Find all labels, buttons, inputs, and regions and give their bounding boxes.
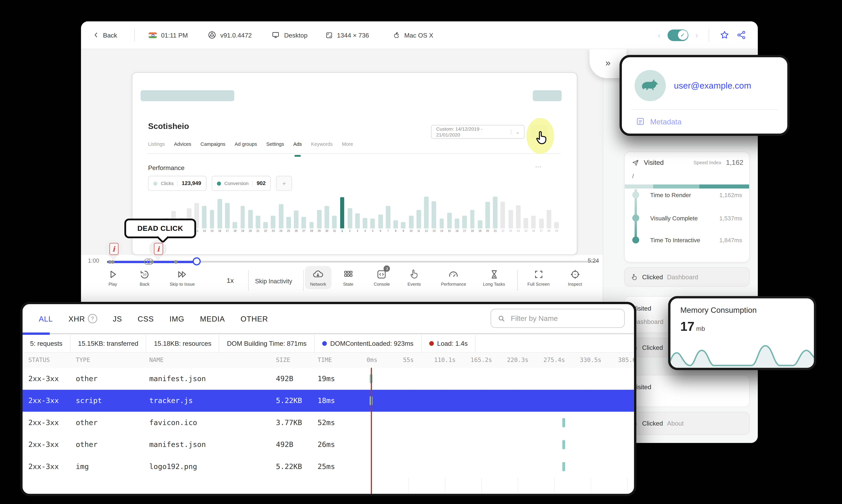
visited-speed-card[interactable]: Visited Speed Index 1,162 / Time to Rend…	[624, 151, 750, 263]
waterfall-tick: 330.5s	[580, 356, 602, 363]
request-row-favicon.ico[interactable]: 2xx-3xxotherfavicon.ico3.77KB52ms	[22, 412, 634, 434]
visited-path: /	[632, 173, 634, 179]
cell-status: 2xx-3xx	[28, 374, 59, 383]
waterfall-tick: 0ms	[366, 356, 377, 363]
chart-bar	[455, 219, 459, 229]
request-row-manifest.json[interactable]: 2xx-3xxothermanifest.json492B19ms	[22, 368, 634, 390]
site-tab-ads[interactable]: Ads	[293, 141, 302, 147]
column-header-time[interactable]: TIME	[318, 356, 332, 363]
state-panel-button[interactable]: State	[343, 269, 354, 287]
event-visited[interactable]: Visited	[624, 375, 750, 407]
network-tab-css[interactable]: CSS	[138, 314, 154, 323]
playback-speed-button[interactable]: 1x	[227, 277, 234, 284]
site-tab-advices[interactable]: Advices	[174, 141, 191, 147]
chart-bar	[501, 202, 505, 229]
site-tab-settings[interactable]: Settings	[266, 141, 284, 147]
date-range-value: Custom: 14/12/2019 - 21/01/2020	[432, 126, 511, 138]
chart-bar	[279, 204, 283, 229]
playhead-handle[interactable]	[193, 257, 201, 265]
chart-bar	[355, 213, 360, 229]
section-ellipsis-button[interactable]: ⋯	[535, 163, 542, 171]
play-button[interactable]: Play	[107, 269, 118, 287]
conversion-dot-icon	[217, 181, 221, 185]
back-10s-button[interactable]: 10 Back	[139, 269, 150, 287]
skip-inactivity-button[interactable]: Skip Inactivity	[255, 277, 292, 285]
memory-unit: mb	[696, 325, 705, 332]
network-tab-other[interactable]: OTHER	[240, 314, 268, 323]
request-row-tracker.js[interactable]: 2xx-3xxscripttracker.js5.22KB18ms	[22, 390, 634, 412]
chart-bar	[440, 219, 444, 229]
network-tab-js[interactable]: JS	[113, 314, 122, 323]
next-session-button[interactable]: ›	[695, 31, 698, 39]
site-tab-listings[interactable]: Listings	[148, 141, 165, 147]
column-header-type[interactable]: TYPE	[76, 356, 90, 363]
chart-bar	[309, 222, 314, 229]
network-tab-xhr[interactable]: XHR?	[69, 314, 97, 323]
issue-marker[interactable]: i	[105, 240, 122, 262]
add-metric-button[interactable]: +	[276, 176, 292, 191]
table-body: 2xx-3xxothermanifest.json492B19ms2xx-3xx…	[22, 368, 634, 478]
chart-x-label: 21	[491, 230, 499, 233]
rhino-icon	[640, 75, 661, 96]
chart-x-label: 26	[530, 230, 537, 233]
clicks-metric-chip[interactable]: Clicks 123,949	[148, 176, 206, 191]
event-clicked-dashboard[interactable]: ClickedDashboard	[624, 267, 750, 287]
network-tab-img[interactable]: IMG	[169, 314, 184, 323]
full-screen-button[interactable]: Full Screen	[527, 269, 550, 287]
divider	[631, 109, 778, 110]
share-button[interactable]	[736, 30, 746, 40]
site-tab-campaigns[interactable]: Campaigns	[200, 141, 226, 147]
cell-time: 18ms	[318, 396, 335, 405]
back-button[interactable]: Back	[93, 31, 117, 39]
chart-x-label: 23	[269, 230, 277, 233]
browser-version: v91.0.4472	[208, 31, 252, 39]
console-panel-button[interactable]: 3 Console	[374, 269, 390, 287]
waterfall-bar	[562, 462, 565, 471]
chart-bar	[324, 206, 329, 229]
os-label: Mac OS X	[404, 32, 433, 38]
help-icon[interactable]: ?	[88, 314, 97, 323]
previous-session-button[interactable]: ‹	[658, 31, 661, 39]
filter-input[interactable]: Filter by Name	[490, 309, 625, 328]
cell-status: 2xx-3xx	[28, 440, 59, 449]
events-panel-button[interactable]: Events	[408, 269, 421, 287]
cell-name: manifest.json	[149, 440, 206, 449]
waterfall-tick: 110.1s	[434, 356, 456, 363]
issue-marker[interactable]: i	[149, 240, 166, 262]
site-tab-more[interactable]: More	[342, 141, 353, 147]
skip-to-issue-button[interactable]: Skip to Issue	[169, 269, 195, 287]
request-row-logo192.png[interactable]: 2xx-3xximglogo192.png5.22KB25ms	[22, 456, 634, 478]
column-header-name[interactable]: NAME	[149, 356, 163, 363]
autoplay-toggle[interactable]: ✓	[667, 29, 688, 41]
conversion-metric-chip[interactable]: Conversion 902	[212, 176, 271, 191]
site-tab-ad-groups[interactable]: Ad groups	[235, 141, 257, 147]
user-email[interactable]: user@example.com	[674, 80, 751, 90]
chart-x-label: 7	[384, 230, 392, 233]
long-tasks-panel-button[interactable]: Long Tasks	[483, 269, 505, 287]
memory-title: Memory Consumption	[680, 306, 757, 314]
performance-panel-button[interactable]: Performance	[441, 269, 466, 287]
favorite-star-button[interactable]	[720, 30, 729, 40]
summary-stat: 15.15KB: transferred	[71, 335, 146, 352]
chart-bar	[317, 210, 321, 229]
date-range-select[interactable]: Custom: 14/12/2019 - 21/01/2020 ⌄	[431, 125, 524, 139]
event-clicked-about[interactable]: ClickedAbout	[624, 412, 750, 435]
chart-x-label: 27	[537, 230, 545, 233]
memory-wave-chart	[670, 341, 814, 368]
column-header-size[interactable]: SIZE	[276, 356, 290, 363]
network-tab-all[interactable]: ALL	[39, 314, 53, 323]
site-tab-keywords[interactable]: Keywords	[311, 141, 333, 147]
request-row-manifest.json[interactable]: 2xx-3xxothermanifest.json492B26ms	[22, 434, 634, 456]
metadata-button[interactable]: Metadata	[636, 117, 682, 126]
chart-x-label: 12	[423, 230, 430, 233]
chart-x-label: 15	[446, 230, 453, 233]
inspect-button[interactable]: Inspect	[568, 269, 582, 287]
event-dot[interactable]	[174, 260, 178, 264]
column-header-status[interactable]: STATUS	[28, 356, 50, 363]
chart-x-label: 9	[400, 230, 407, 233]
event-target: About	[667, 420, 684, 427]
toggle-check-icon: ✓	[678, 30, 687, 40]
chart-bar	[302, 217, 306, 228]
network-tab-media[interactable]: MEDIA	[200, 314, 225, 323]
pointer-cursor-icon	[535, 130, 548, 146]
